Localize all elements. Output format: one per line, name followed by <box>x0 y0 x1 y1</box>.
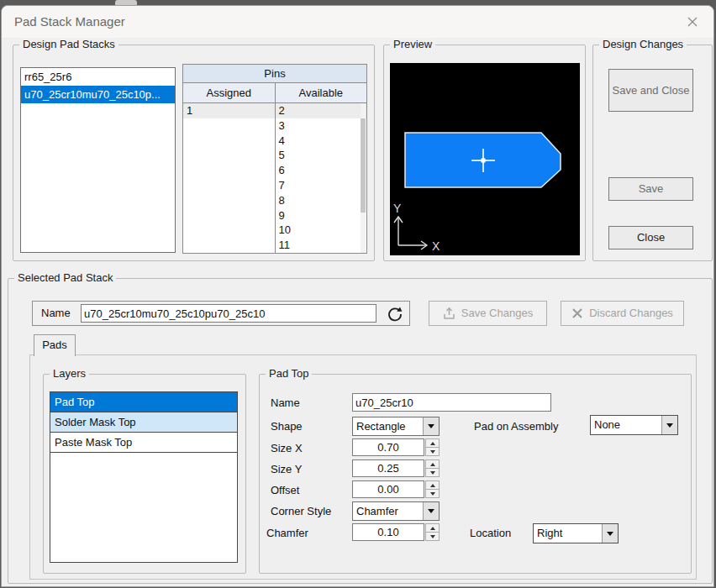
available-pin[interactable]: 3 <box>276 118 367 134</box>
pad-top-label: Pad Top <box>266 367 312 380</box>
spin-up-icon[interactable] <box>425 523 440 533</box>
pad-preview-drawing: Y X <box>390 63 580 255</box>
shape-label: Shape <box>271 420 303 433</box>
location-label: Location <box>470 527 511 539</box>
design-changes-group: Design Changes Save and Close Save Close <box>592 45 713 261</box>
preview-group: Preview Y X <box>383 45 586 261</box>
refresh-button[interactable] <box>386 305 404 323</box>
corner-style-label: Corner Style <box>271 505 331 517</box>
list-item-selected[interactable]: u70_25cr10mu70_25c10p... <box>21 86 175 103</box>
pad-on-assembly-value: None <box>591 416 661 434</box>
close-button-group[interactable]: Close <box>608 226 693 249</box>
upload-icon <box>443 307 455 320</box>
x-icon <box>571 307 583 319</box>
close-icon <box>683 13 702 31</box>
pad-top-group: Pad Top Name Shape Rectangle Pad on Asse… <box>259 374 692 574</box>
size-x-value[interactable]: 0.70 <box>352 438 424 456</box>
y-axis-label: Y <box>393 202 402 215</box>
shape-value: Rectangle <box>353 417 423 435</box>
spin-down-icon[interactable] <box>425 490 440 498</box>
design-pad-stacks-group: Design Pad Stacks rr65_25r6 u70_25cr10mu… <box>13 45 375 261</box>
spin-up-icon[interactable] <box>425 480 440 490</box>
offset-label: Offset <box>271 484 299 496</box>
preview-label: Preview <box>390 38 435 50</box>
pins-table-title: Pins <box>183 65 366 83</box>
selected-pad-stack-group: Selected Pad Stack Name <box>8 278 713 584</box>
available-pin[interactable]: 9 <box>276 208 367 223</box>
save-and-close-button[interactable]: Save and Close <box>608 69 693 112</box>
chevron-down-icon[interactable] <box>602 524 618 543</box>
available-pin[interactable]: 8 <box>276 193 367 208</box>
layer-item-paste-mask-top[interactable]: Paste Mask Top <box>50 433 237 453</box>
chamfer-stepper[interactable]: 0.10 <box>352 523 440 541</box>
name-label: Name <box>41 307 71 319</box>
pad-name-input[interactable] <box>352 393 551 412</box>
chevron-down-icon[interactable] <box>423 502 439 520</box>
spin-down-icon[interactable] <box>425 469 440 477</box>
title-bar: Pad Stack Manager <box>2 6 713 39</box>
available-pin[interactable]: 7 <box>276 178 367 193</box>
corner-style-dropdown[interactable]: Chamfer <box>352 501 440 521</box>
assigned-pin[interactable]: 1 <box>183 103 275 118</box>
layers-label: Layers <box>50 367 89 380</box>
location-dropdown[interactable]: Right <box>533 523 619 543</box>
pad-preview-canvas: Y X <box>390 63 580 255</box>
list-item[interactable]: rr65_25r6 <box>21 68 175 86</box>
chevron-down-icon[interactable] <box>661 416 677 434</box>
x-axis-label: X <box>432 239 440 253</box>
refresh-icon <box>386 305 404 323</box>
available-pin[interactable]: 11 <box>276 238 367 253</box>
assigned-pins-column: 1 <box>183 103 276 254</box>
spin-down-icon[interactable] <box>425 533 440 541</box>
available-pins-column: 2 3 4 5 6 7 8 9 10 11 <box>276 103 367 254</box>
assigned-column-header: Assigned <box>183 83 276 102</box>
close-button[interactable] <box>683 13 702 31</box>
available-pin[interactable]: 2 <box>276 103 367 118</box>
offset-stepper[interactable]: 0.00 <box>352 480 440 498</box>
window-title: Pad Stack Manager <box>14 14 125 29</box>
pad-on-assembly-dropdown[interactable]: None <box>590 415 678 435</box>
shape-dropdown[interactable]: Rectangle <box>352 417 440 436</box>
spin-up-icon[interactable] <box>425 438 440 448</box>
pad-stack-name-input[interactable] <box>81 304 376 323</box>
corner-style-value: Chamfer <box>353 502 423 520</box>
selected-pad-stack-label: Selected Pad Stack <box>14 271 116 284</box>
chamfer-value[interactable]: 0.10 <box>352 523 424 541</box>
pins-table: Pins Assigned Available 1 2 3 4 5 6 7 8 … <box>182 64 367 254</box>
location-value: Right <box>534 524 602 543</box>
pins-table-body: 1 2 3 4 5 6 7 8 9 10 11 <box>183 103 366 254</box>
layer-item-solder-mask-top[interactable]: Solder Mask Top <box>50 412 237 433</box>
layers-list[interactable]: Pad Top Solder Mask Top Paste Mask Top <box>50 391 238 563</box>
pins-table-header: Assigned Available <box>183 83 366 103</box>
pad-stack-list[interactable]: rr65_25r6 u70_25cr10mu70_25c10p... <box>20 67 176 253</box>
chevron-down-icon[interactable] <box>423 417 439 435</box>
available-pin[interactable]: 10 <box>276 223 367 238</box>
available-pin[interactable]: 4 <box>276 134 367 149</box>
pad-stack-name-panel: Name <box>32 301 410 326</box>
available-pin[interactable]: 5 <box>276 148 367 163</box>
size-y-stepper[interactable]: 0.25 <box>352 459 440 477</box>
save-button[interactable]: Save <box>608 177 693 201</box>
save-changes-button[interactable]: Save Changes <box>429 301 547 326</box>
available-column-header: Available <box>276 83 367 102</box>
size-x-label: Size X <box>271 442 303 454</box>
spin-down-icon[interactable] <box>425 448 440 456</box>
layer-item-pad-top[interactable]: Pad Top <box>50 392 237 412</box>
tab-pads[interactable]: Pads <box>34 334 76 356</box>
discard-changes-button[interactable]: Discard Changes <box>561 301 684 326</box>
design-pad-stacks-label: Design Pad Stacks <box>19 38 118 50</box>
layers-group: Layers Pad Top Solder Mask Top Paste Mas… <box>43 374 246 574</box>
size-x-stepper[interactable]: 0.70 <box>352 438 440 456</box>
spin-up-icon[interactable] <box>425 459 440 469</box>
design-changes-label: Design Changes <box>599 38 687 50</box>
pad-name-label: Name <box>271 396 300 409</box>
offset-value[interactable]: 0.00 <box>352 480 424 498</box>
available-pin[interactable]: 6 <box>276 163 367 178</box>
save-changes-label: Save Changes <box>461 307 533 320</box>
chamfer-label: Chamfer <box>266 527 308 539</box>
available-pins-scrollbar[interactable] <box>361 103 366 253</box>
pad-stack-manager-dialog: Pad Stack Manager Design Pad Stacks rr65… <box>1 5 714 587</box>
size-y-value[interactable]: 0.25 <box>352 459 424 477</box>
scrollbar-thumb[interactable] <box>361 118 366 213</box>
axis-indicator-icon <box>394 217 427 249</box>
